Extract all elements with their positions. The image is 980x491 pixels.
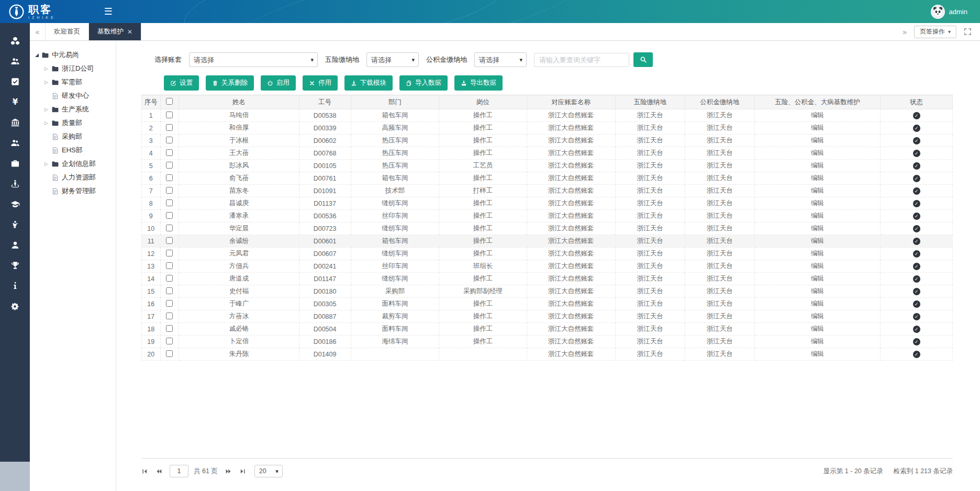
fullscreen-icon[interactable] xyxy=(964,28,972,36)
edit-link[interactable]: 编辑 xyxy=(811,199,824,207)
caret-closed-icon[interactable]: ▷ xyxy=(44,80,49,85)
row-checkbox[interactable] xyxy=(166,225,173,231)
edit-link[interactable]: 编辑 xyxy=(811,225,824,232)
row-checkbox[interactable] xyxy=(166,325,173,332)
child-icon[interactable] xyxy=(0,214,30,235)
edit-link[interactable]: 编辑 xyxy=(811,174,824,182)
row-checkbox[interactable] xyxy=(166,187,173,194)
prev-page-icon[interactable] xyxy=(155,468,162,475)
edit-link[interactable]: 编辑 xyxy=(811,262,824,270)
account-set-select[interactable]: 请选择 xyxy=(189,52,318,67)
tree-root[interactable]: 中元易尚 xyxy=(33,48,113,62)
briefcase-icon[interactable] xyxy=(0,153,30,173)
tree-item-财务管理部[interactable]: 财务管理部 xyxy=(33,184,113,198)
row-checkbox[interactable] xyxy=(166,174,173,181)
row-checkbox[interactable] xyxy=(166,111,173,118)
edit-link[interactable]: 编辑 xyxy=(811,325,824,332)
row-checkbox[interactable] xyxy=(166,149,173,156)
page-number-box[interactable]: 1 xyxy=(170,465,188,477)
check-square-icon[interactable] xyxy=(0,71,30,92)
tree-item-质量部[interactable]: ▷质量部 xyxy=(33,116,113,130)
cubes-icon[interactable] xyxy=(0,30,30,51)
graduation-cap-icon[interactable] xyxy=(0,194,30,214)
edit-link[interactable]: 编辑 xyxy=(811,162,824,169)
edit-link[interactable]: 编辑 xyxy=(811,338,824,345)
edit-link[interactable]: 编辑 xyxy=(811,300,824,307)
导出数据-button[interactable]: 导出数据 xyxy=(454,75,503,91)
row-checkbox[interactable] xyxy=(166,338,173,344)
yen-icon[interactable]: ¥ xyxy=(0,92,30,112)
tree-item-企划信息部[interactable]: ▷企划信息部 xyxy=(33,157,113,171)
search-button[interactable] xyxy=(633,52,653,67)
edit-link[interactable]: 编辑 xyxy=(811,313,824,320)
edit-link[interactable]: 编辑 xyxy=(811,350,824,358)
导入数据-button[interactable]: 导入数据 xyxy=(399,75,448,91)
row-checkbox[interactable] xyxy=(166,350,173,357)
first-page-icon[interactable] xyxy=(141,468,148,475)
user-menu[interactable]: admin xyxy=(931,5,967,19)
page-size-select[interactable]: 20 xyxy=(254,465,283,477)
row-checkbox[interactable] xyxy=(166,287,173,294)
caret-closed-icon[interactable]: ▷ xyxy=(44,107,49,112)
row-checkbox[interactable] xyxy=(166,250,173,256)
停用-button[interactable]: 停用 xyxy=(303,75,338,91)
tree-item-军需部[interactable]: ▷军需部 xyxy=(33,75,113,89)
cell-status: ✓ xyxy=(881,147,953,160)
street-view-icon[interactable] xyxy=(0,173,30,194)
edit-link[interactable]: 编辑 xyxy=(811,111,824,119)
edit-link[interactable]: 编辑 xyxy=(811,287,824,295)
users-icon[interactable] xyxy=(0,51,30,71)
fund-place-select[interactable]: 请选择 xyxy=(474,52,527,67)
next-page-icon[interactable] xyxy=(225,468,232,475)
user-icon[interactable] xyxy=(0,235,30,255)
edit-link[interactable]: 编辑 xyxy=(811,187,824,194)
caret-closed-icon[interactable]: ▷ xyxy=(44,162,49,166)
下载模块-button[interactable]: 下载模块 xyxy=(344,75,393,91)
edit-link[interactable]: 编辑 xyxy=(811,149,824,157)
angle-double-left-icon[interactable]: « xyxy=(30,23,46,40)
edit-link[interactable]: 编辑 xyxy=(811,124,824,131)
caret-closed-icon[interactable]: ▷ xyxy=(44,66,49,71)
row-checkbox[interactable] xyxy=(166,313,173,319)
select-all-checkbox[interactable] xyxy=(166,98,173,105)
angle-double-right-icon[interactable]: » xyxy=(903,28,907,36)
tree-item-采购部[interactable]: 采购部 xyxy=(33,130,113,143)
search-input[interactable] xyxy=(534,53,629,67)
social-place-select[interactable]: 请选择 xyxy=(366,52,419,67)
edit-link[interactable]: 编辑 xyxy=(811,212,824,219)
edit-link[interactable]: 编辑 xyxy=(811,137,824,144)
close-icon[interactable]: ✕ xyxy=(127,28,132,36)
row-checkbox[interactable] xyxy=(166,199,173,206)
edit-link[interactable]: 编辑 xyxy=(811,237,824,244)
trophy-icon[interactable] xyxy=(0,255,30,275)
row-checkbox[interactable] xyxy=(166,300,173,307)
设置-button[interactable]: 设置 xyxy=(164,75,199,91)
row-checkbox[interactable] xyxy=(166,262,173,269)
row-checkbox[interactable] xyxy=(166,162,173,169)
row-checkbox[interactable] xyxy=(166,275,173,282)
row-checkbox[interactable] xyxy=(166,237,173,244)
tree-item-浙江D公司[interactable]: ▷浙江D公司 xyxy=(33,62,113,75)
edit-link[interactable]: 编辑 xyxy=(811,275,824,282)
tab-operations-button[interactable]: 页签操作 ▾ xyxy=(914,26,956,38)
edit-link[interactable]: 编辑 xyxy=(811,250,824,257)
hamburger-icon[interactable]: ☰ xyxy=(104,6,113,17)
tab-基数维护[interactable]: 基数维护✕ xyxy=(89,23,141,40)
tab-欢迎首页[interactable]: 欢迎首页 xyxy=(46,23,89,40)
tree-item-研发中心[interactable]: 研发中心 xyxy=(33,89,113,103)
tree-item-人力资源部[interactable]: 人力资源部 xyxy=(33,171,113,184)
info-icon[interactable] xyxy=(0,275,30,296)
bank-icon[interactable] xyxy=(0,112,30,132)
row-checkbox[interactable] xyxy=(166,137,173,143)
file-icon xyxy=(51,147,59,154)
last-page-icon[interactable] xyxy=(239,468,246,475)
row-checkbox[interactable] xyxy=(166,212,173,219)
tree-item-生产系统[interactable]: ▷生产系统 xyxy=(33,103,113,116)
cogs-icon[interactable] xyxy=(0,296,30,316)
关系删除-button[interactable]: 关系删除 xyxy=(206,75,254,91)
caret-closed-icon[interactable]: ▷ xyxy=(44,121,49,126)
user-group-icon[interactable] xyxy=(0,132,30,153)
tree-item-EHS部[interactable]: EHS部 xyxy=(33,143,113,157)
row-checkbox[interactable] xyxy=(166,124,173,131)
启用-button[interactable]: 启用 xyxy=(261,75,296,91)
